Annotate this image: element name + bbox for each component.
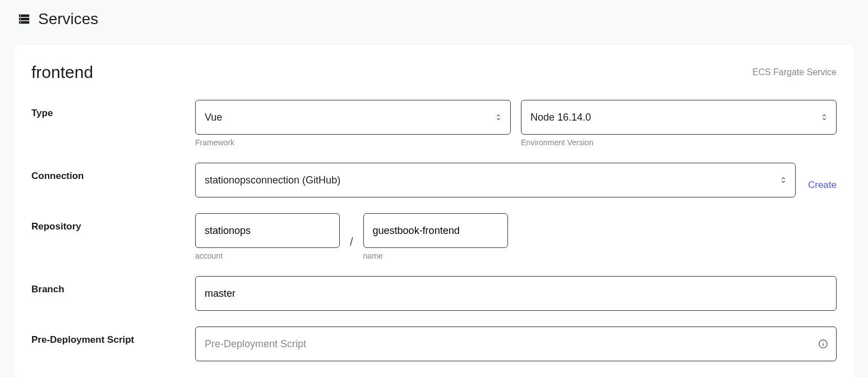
server-icon xyxy=(18,13,30,25)
svg-point-5 xyxy=(20,22,21,23)
page-title: Services xyxy=(38,10,98,28)
row-connection: Connection stationopsconnection (GitHub)… xyxy=(31,163,837,197)
env-version-select-value: Node 16.14.0 xyxy=(530,112,591,123)
framework-select-value: Vue xyxy=(205,112,222,123)
env-version-select[interactable]: Node 16.14.0 xyxy=(521,100,837,135)
repo-slash: / xyxy=(350,236,353,249)
repo-name-input[interactable] xyxy=(373,225,498,237)
label-branch: Branch xyxy=(31,276,195,295)
label-predeploy: Pre-Deployment Script xyxy=(31,327,195,346)
service-title-row: frontend ECS Fargate Service xyxy=(31,63,837,82)
service-name: frontend xyxy=(31,63,93,82)
row-branch: Branch xyxy=(31,276,837,311)
connection-select-value: stationopsconnection (GitHub) xyxy=(205,174,340,186)
repo-account-input-wrap xyxy=(195,213,340,248)
repo-account-helper: account xyxy=(195,251,340,260)
create-connection-link[interactable]: Create xyxy=(808,180,837,191)
repo-name-input-wrap xyxy=(363,213,508,248)
service-subtitle: ECS Fargate Service xyxy=(752,67,837,77)
label-type: Type xyxy=(31,100,195,119)
repo-account-input[interactable] xyxy=(205,225,330,237)
predeploy-input[interactable] xyxy=(205,338,811,350)
framework-select[interactable]: Vue xyxy=(195,100,511,135)
framework-helper: Framework xyxy=(195,138,511,147)
predeploy-input-wrap xyxy=(195,327,837,361)
repo-name-helper: name xyxy=(363,251,508,260)
env-version-helper: Environment Version xyxy=(521,138,837,147)
label-repository: Repository xyxy=(31,213,195,232)
info-icon[interactable] xyxy=(818,339,828,349)
label-connection: Connection xyxy=(31,163,195,182)
svg-point-4 xyxy=(20,19,21,20)
row-repository: Repository account / name xyxy=(31,213,837,260)
chevron-up-down-icon xyxy=(820,113,828,122)
svg-point-7 xyxy=(823,342,823,342)
service-card: frontend ECS Fargate Service Type Vue Fr… xyxy=(13,45,855,377)
connection-select[interactable]: stationopsconnection (GitHub) xyxy=(195,163,796,197)
branch-input[interactable] xyxy=(205,288,827,300)
svg-point-3 xyxy=(20,15,21,16)
page-header: Services xyxy=(0,0,868,38)
branch-input-wrap xyxy=(195,276,837,311)
chevron-up-down-icon xyxy=(779,176,787,185)
chevron-up-down-icon xyxy=(495,113,502,122)
row-type: Type Vue Framework Node 16.14.0 xyxy=(31,100,837,147)
row-predeploy: Pre-Deployment Script xyxy=(31,327,837,361)
